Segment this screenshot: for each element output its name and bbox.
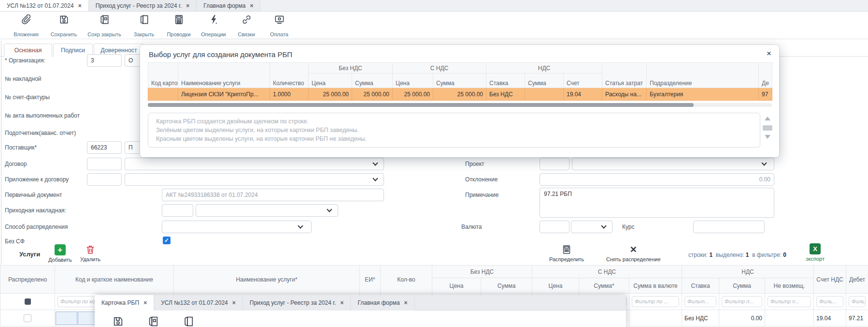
distribute-button[interactable]: Распределить <box>549 244 584 262</box>
undistribute-button[interactable]: ✕ Снять распределение <box>606 244 661 262</box>
annex-select[interactable] <box>125 173 384 186</box>
filter-checkbox-icon[interactable] <box>25 298 31 305</box>
save-icon[interactable] <box>112 315 124 327</box>
cell-sum3[interactable]: 0.00 <box>719 310 765 327</box>
col-account[interactable]: Счет <box>564 74 602 88</box>
project-code-input[interactable] <box>540 158 569 170</box>
filter-rate[interactable]: Фильт... <box>682 294 719 310</box>
col-rate[interactable]: Ставка <box>486 74 525 88</box>
cell-price1[interactable]: 25 000.00 <box>309 88 352 101</box>
filter-non-refund[interactable]: Фильтр п... <box>765 294 814 310</box>
no-sf-checkbox[interactable]: ✓ <box>163 237 171 244</box>
col-non-refund[interactable]: Не возмещ. <box>765 278 814 294</box>
currency-code-input[interactable] <box>540 221 569 233</box>
cell-sum1[interactable]: 25 000.00 <box>352 88 393 101</box>
horizontal-scrollbar[interactable] <box>148 103 772 107</box>
col-rate[interactable]: Ставка <box>682 278 719 294</box>
filter-distributed[interactable] <box>0 294 55 310</box>
dialog-close-icon[interactable]: × <box>767 49 771 59</box>
row-checkbox[interactable] <box>24 314 31 322</box>
cell-distributed[interactable] <box>0 310 55 327</box>
filter-input[interactable]: Фильтр п... <box>768 296 811 307</box>
save-close-button[interactable]: Сохр.закрыть <box>82 14 127 37</box>
filter-input[interactable]: Фильт... <box>684 296 716 307</box>
tab-close-icon[interactable]: × <box>78 2 82 9</box>
filter-nds-account[interactable]: Филь... <box>814 294 846 310</box>
col-sum3[interactable]: Сумма <box>525 74 564 88</box>
scrollbar-thumb[interactable] <box>148 103 694 107</box>
door-icon[interactable] <box>183 315 195 327</box>
vertical-scrollbar-thumb[interactable] <box>763 125 772 131</box>
cell-account[interactable]: 19.04 <box>564 88 602 101</box>
cell-rate[interactable]: Без НДС <box>486 88 525 101</box>
col-price1[interactable]: Цена <box>309 74 352 88</box>
cell-debit[interactable]: 97 <box>759 88 772 101</box>
payment-button[interactable]: Оплата <box>257 14 301 37</box>
form-tab-osnovnaya[interactable]: Основная <box>4 44 52 57</box>
rate-input[interactable] <box>693 221 765 233</box>
export-button[interactable]: X экспорт <box>806 243 825 262</box>
cell-quantity[interactable]: 1.0000 <box>270 88 309 101</box>
tab-close-icon[interactable]: × <box>404 299 408 306</box>
cell-sum3[interactable] <box>525 88 564 101</box>
deviation-input[interactable]: 0.00 <box>540 173 774 186</box>
tab-prihod-uslug[interactable]: Приход услуг - Реестр за 2024 г. × <box>243 295 351 311</box>
col-sum1[interactable]: Сумма <box>481 278 532 294</box>
col-price1[interactable]: Цена <box>432 278 481 294</box>
col-division[interactable]: Подразделение <box>647 63 759 88</box>
tab-usl-132[interactable]: УСЛ №132 от 01.07.2024 × <box>154 295 243 311</box>
col-debit[interactable]: Де <box>759 63 772 88</box>
filter-sum3[interactable]: Фильтр п... <box>719 294 765 310</box>
cell-rate[interactable]: Без НДС <box>682 310 719 327</box>
selected-cell[interactable] <box>56 312 77 325</box>
save-close-icon[interactable] <box>147 315 159 327</box>
table-row-selected[interactable]: Лицензия СКЗИ "КриптоПр... 1.0000 25 000… <box>148 88 772 101</box>
cell-price2[interactable]: 25 000.00 <box>393 88 433 101</box>
col-cost-item[interactable]: Статья затрат <box>602 63 647 88</box>
cell-cost-item[interactable]: Расходы на... <box>602 88 647 101</box>
cell-rbp-code[interactable] <box>148 88 178 101</box>
contract-code-input[interactable] <box>87 158 122 170</box>
tab-close-icon[interactable]: × <box>186 2 189 9</box>
filter-input[interactable]: Фильтр п... <box>722 296 762 307</box>
tab-close-icon[interactable]: × <box>250 2 253 9</box>
cell-debit[interactable]: 97.21 <box>846 310 868 327</box>
tab-usl-132[interactable]: УСЛ №132 от 01.07.2024 × <box>0 0 89 11</box>
col-qty[interactable]: Кол-во <box>381 266 432 294</box>
col-service[interactable]: Наименование услуги* <box>174 266 360 294</box>
annex-code-input[interactable] <box>87 173 122 186</box>
filter-debit[interactable]: Филь... <box>846 294 868 310</box>
save-button[interactable]: Сохранить <box>42 14 86 37</box>
filter-input[interactable]: Фильтр по ... <box>632 296 679 307</box>
cell-service-name[interactable]: Лицензия СКЗИ "КриптоПр... <box>178 88 270 101</box>
project-select[interactable] <box>572 158 774 170</box>
scroll-down-icon[interactable] <box>765 135 770 139</box>
cell-sum-currency[interactable] <box>629 310 682 327</box>
incoming-code-input[interactable] <box>162 204 193 217</box>
filter-input[interactable]: Филь... <box>849 296 866 307</box>
col-sum2[interactable]: Сумма <box>433 74 486 88</box>
tab-glavnaya-forma[interactable]: Главная форма × <box>197 0 260 11</box>
col-unit[interactable]: ЕИ* <box>360 266 381 294</box>
note-textarea[interactable]: 97.21 РБП <box>540 188 774 218</box>
tab-close-icon[interactable]: × <box>232 299 236 306</box>
filter-input[interactable]: Филь... <box>816 296 843 307</box>
filter-sum-currency[interactable]: Фильтр по ... <box>629 294 682 310</box>
col-sum1[interactable]: Сумма <box>352 74 393 88</box>
currency-select[interactable] <box>571 221 612 233</box>
tab-close-icon[interactable]: × <box>340 299 343 306</box>
col-rbp-code[interactable]: Код карточки РБП <box>148 63 178 88</box>
tab-prihod-uslug[interactable]: Приход услуг - Реестр за 2024 г. × <box>89 0 197 11</box>
cell-sum2[interactable]: 25 000.00 <box>433 88 486 101</box>
col-sum-currency[interactable]: Сумма в валюте <box>629 278 682 294</box>
col-sum2[interactable]: Сумма* <box>579 278 629 294</box>
primary-doc-input[interactable]: АКТ №24933186338 от 01.07.2024 <box>162 189 384 201</box>
delete-row-button[interactable]: Удалить <box>80 244 100 262</box>
cell-nds-account[interactable]: 19.04 <box>814 310 846 327</box>
incoming-select[interactable] <box>196 204 338 217</box>
col-service-name[interactable]: Наименование услуги <box>178 63 270 88</box>
tab-glavnaya-forma[interactable]: Главная форма × <box>351 295 414 311</box>
col-quantity[interactable]: Количество <box>270 63 309 88</box>
col-price2[interactable]: Цена <box>393 74 433 88</box>
col-distributed[interactable]: Распределено <box>0 266 55 294</box>
